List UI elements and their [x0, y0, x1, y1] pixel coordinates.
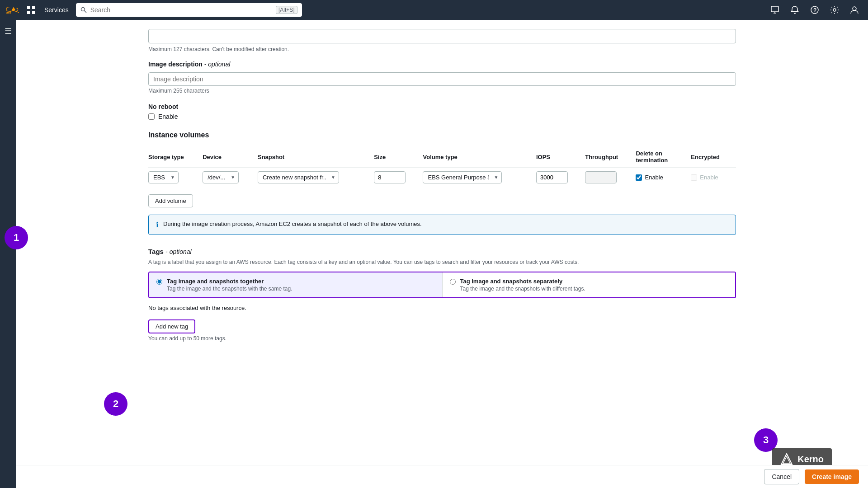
instance-volumes-title: Instance volumes: [148, 131, 736, 139]
svg-rect-7: [771, 6, 778, 12]
delete-on-termination-checkbox[interactable]: [636, 174, 642, 181]
no-reboot-label: No reboot: [148, 103, 736, 110]
svg-point-12: [833, 9, 836, 11]
device-select-wrapper: /dev/... ▼: [203, 171, 239, 183]
bottom-action-bar: Cancel Create image: [16, 465, 868, 488]
no-tags-text: No tags associated with the resource.: [148, 305, 736, 311]
search-shortcut: [Alt+S]: [276, 6, 297, 14]
svg-marker-16: [781, 454, 792, 465]
svg-text:?: ?: [813, 7, 816, 14]
device-select[interactable]: /dev/...: [203, 171, 239, 183]
search-bar: [Alt+S]: [76, 3, 302, 17]
main-content: Maximum 127 characters. Can't be modifie…: [16, 20, 868, 488]
tag-separately-title: Tag image and snapshots separately: [460, 278, 585, 285]
tag-separately-radio[interactable]: [450, 279, 456, 285]
sidebar-menu-button[interactable]: ☰: [2, 23, 14, 39]
add-tag-hint: You can add up to 50 more tags.: [148, 335, 736, 342]
tag-together-option[interactable]: Tag image and snapshots together Tag the…: [149, 272, 442, 297]
tag-together-title: Tag image and snapshots together: [167, 278, 292, 285]
col-size: Size: [374, 146, 423, 168]
badge-1: 1: [5, 226, 28, 249]
throughput-input[interactable]: [585, 171, 617, 183]
image-description-input[interactable]: [148, 72, 736, 86]
no-reboot-checkbox[interactable]: [148, 113, 155, 120]
add-new-tag-button[interactable]: Add new tag: [148, 319, 195, 333]
image-name-hint: Maximum 127 characters. Can't be modifie…: [148, 46, 736, 52]
col-storage-type: Storage type: [148, 146, 203, 168]
storage-type-select-wrapper: EBS ▼: [148, 171, 179, 183]
svg-text:aws: aws: [6, 11, 11, 14]
col-throughput: Throughput: [585, 146, 636, 168]
image-description-label: Image description - optional: [148, 61, 736, 68]
svg-rect-3: [27, 11, 30, 14]
svg-marker-17: [783, 456, 790, 464]
svg-rect-2: [32, 6, 35, 9]
no-reboot-enable-label: Enable: [158, 113, 178, 120]
col-snapshot: Snapshot: [258, 146, 374, 168]
encrypted-checkbox-wrapper: Enable: [691, 174, 731, 181]
encrypted-label: Enable: [700, 174, 718, 181]
col-delete-on-termination: Delete ontermination: [636, 146, 691, 168]
search-icon: [80, 7, 87, 13]
instance-volumes-section: Instance volumes Storage type Device Sna…: [148, 131, 736, 235]
tag-mode-container: Tag image and snapshots together Tag the…: [148, 272, 736, 298]
volumes-table: Storage type Device Snapshot Size Volume…: [148, 146, 736, 187]
snapshot-select[interactable]: Create new snapshot fr...: [258, 171, 339, 183]
add-volume-button[interactable]: Add volume: [148, 194, 193, 207]
info-icon: ℹ: [156, 221, 159, 229]
tags-title: Tags - optional: [148, 248, 192, 255]
table-row: EBS ▼ /dev/... ▼: [148, 168, 736, 188]
col-iops: IOPS: [536, 146, 585, 168]
nav-help-button[interactable]: ?: [807, 4, 823, 16]
svg-line-6: [84, 11, 86, 13]
col-device: Device: [203, 146, 258, 168]
cancel-button[interactable]: Cancel: [764, 469, 799, 484]
top-navigation: aws Services [Alt+S] ?: [0, 0, 868, 20]
grid-menu-button[interactable]: [25, 4, 37, 16]
encrypted-checkbox[interactable]: [691, 174, 697, 181]
search-input[interactable]: [90, 6, 272, 14]
delete-on-termination-checkbox-wrapper: Enable: [636, 174, 686, 181]
svg-rect-4: [32, 11, 35, 14]
svg-point-13: [853, 7, 856, 10]
info-message: During the image creation process, Amazo…: [163, 221, 422, 227]
nav-bell-button[interactable]: [787, 4, 803, 16]
svg-point-5: [81, 8, 85, 11]
tag-separately-option[interactable]: Tag image and snapshots separately Tag t…: [442, 272, 736, 297]
badge-2: 2: [104, 392, 127, 416]
size-input[interactable]: [374, 171, 406, 183]
tags-description: A tag is a label that you assign to an A…: [148, 258, 736, 266]
col-encrypted: Encrypted: [691, 146, 736, 168]
storage-type-select[interactable]: EBS: [148, 171, 179, 183]
kerno-logo-icon: [780, 453, 793, 465]
create-image-button[interactable]: Create image: [805, 469, 859, 484]
volume-type-select-wrapper: EBS General Purpose S... ▼: [423, 171, 502, 183]
col-volume-type: Volume type: [423, 146, 536, 168]
tags-section: Tags - optional A tag is a label that yo…: [148, 248, 736, 342]
svg-rect-1: [27, 6, 30, 9]
kerno-label: Kerno: [797, 454, 824, 465]
nav-settings-button[interactable]: [826, 4, 843, 16]
services-label: Services: [44, 6, 69, 14]
nav-screen-button[interactable]: [767, 4, 783, 16]
nav-user-button[interactable]: [846, 4, 863, 16]
aws-logo[interactable]: aws: [5, 2, 22, 18]
image-description-hint: Maximum 255 characters: [148, 88, 736, 94]
no-reboot-section: No reboot Enable: [148, 103, 736, 120]
delete-label: Enable: [645, 174, 663, 181]
info-box: ℹ During the image creation process, Ama…: [148, 215, 736, 235]
volume-type-select[interactable]: EBS General Purpose S...: [423, 171, 502, 183]
sidebar: ☰: [0, 20, 16, 488]
tag-together-desc: Tag the image and the snapshots with the…: [167, 286, 292, 292]
services-button[interactable]: Services: [41, 5, 72, 15]
iops-input[interactable]: [536, 171, 568, 183]
tag-separately-desc: Tag the image and the snapshots with dif…: [460, 286, 585, 292]
tag-together-radio[interactable]: [156, 279, 162, 285]
snapshot-select-wrapper: Create new snapshot fr... ▼: [258, 171, 339, 183]
